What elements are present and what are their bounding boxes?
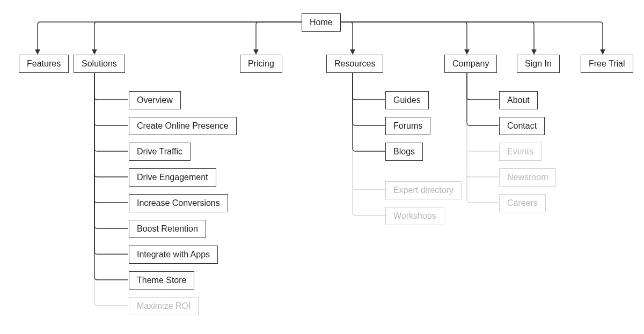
sitemap-node-resources-expert-directory: Expert directory <box>385 181 462 199</box>
sitemap-node-solutions-traffic: Drive Traffic <box>129 143 191 161</box>
sitemap-node-company-events: Events <box>499 143 541 161</box>
sitemap-node-solutions: Solutions <box>74 55 125 73</box>
sitemap-node-resources-forums: Forums <box>385 117 430 135</box>
sitemap-node-solutions-presence: Create Online Presence <box>129 117 237 135</box>
sitemap-node-company: Company <box>444 55 497 73</box>
sitemap-node-sign-in: Sign In <box>517 55 560 73</box>
sitemap-node-solutions-theme-store: Theme Store <box>129 271 194 290</box>
sitemap-connectors <box>0 0 644 334</box>
sitemap-node-solutions-conversions: Increase Conversions <box>129 194 228 212</box>
sitemap-node-resources-blogs: Blogs <box>385 143 423 161</box>
sitemap-node-solutions-maximize-roi: Maximize ROI <box>129 297 199 315</box>
sitemap-node-company-about: About <box>499 91 538 109</box>
sitemap-root-home: Home <box>302 13 341 32</box>
sitemap-node-resources-workshops: Workshops <box>385 207 444 225</box>
sitemap-node-free-trial: Free Trial <box>581 55 633 73</box>
sitemap-node-company-careers: Careers <box>499 194 546 212</box>
sitemap-node-pricing: Pricing <box>240 55 282 73</box>
sitemap-node-solutions-engagement: Drive Engagement <box>129 168 216 187</box>
sitemap-node-company-newsroom: Newsroom <box>499 168 556 187</box>
sitemap-node-features: Features <box>19 55 69 73</box>
sitemap-node-solutions-overview: Overview <box>129 91 181 109</box>
sitemap-node-solutions-integrate: Integrate with Apps <box>129 246 218 264</box>
sitemap-node-resources: Resources <box>326 55 383 73</box>
sitemap-node-company-contact: Contact <box>499 117 545 135</box>
sitemap-node-solutions-retention: Boost Retention <box>129 220 206 238</box>
sitemap-node-resources-guides: Guides <box>385 91 429 109</box>
